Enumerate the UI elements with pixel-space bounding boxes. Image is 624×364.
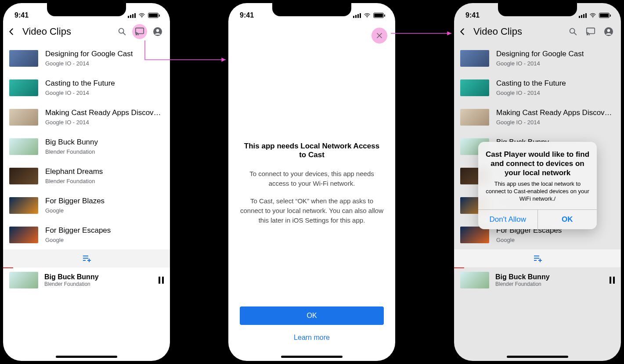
video-thumbnail [460,79,489,96]
list-item[interactable]: Casting to the FutureGoogle IO - 2014 [454,73,621,102]
video-list: Designing for Google CastGoogle IO - 201… [3,43,170,249]
search-button[interactable] [568,27,578,36]
alert-message: This app uses the local network to conne… [485,180,590,202]
search-icon [117,27,127,36]
cellular-icon [353,13,361,18]
phone-notch [47,3,126,16]
video-thumbnail [9,138,38,155]
chevron-left-icon [7,27,16,36]
video-title: Big Buck Bunny [45,138,98,147]
flow-arrow-2 [390,29,455,38]
ok-button[interactable]: OK [240,306,384,325]
search-button[interactable] [117,27,127,36]
video-thumbnail [9,168,38,184]
mini-subtitle: Blender Foundation [44,281,99,287]
video-subtitle: Google IO - 2014 [496,119,615,126]
alert-title: Cast Player would like to find and conne… [485,150,590,177]
video-thumbnail [9,50,38,67]
battery-icon [148,13,159,18]
list-item[interactable]: Big Buck BunnyBlender Foundation [3,132,170,161]
list-item[interactable]: Elephant DreamsBlender Foundation [3,161,170,191]
ios-permission-alert: Cast Player would like to find and conne… [478,142,597,229]
home-indicator[interactable] [56,356,117,358]
page-title: Video Clips [473,26,564,37]
cast-icon [586,27,595,36]
phone-notch [498,3,577,16]
progress-bar [454,267,464,268]
video-thumbnail [9,227,38,243]
interstitial-title: This app needs Local Network Access to C… [240,142,384,159]
list-item[interactable]: Designing for Google CastGoogle IO - 201… [454,43,621,73]
avatar-icon [603,26,614,37]
video-thumbnail [460,50,489,67]
video-title: Designing for Google Cast [45,50,133,58]
video-subtitle: Google [45,237,111,243]
back-button[interactable] [6,27,17,36]
wifi-icon [138,13,145,18]
queue-button[interactable] [454,249,621,267]
pause-button[interactable] [159,277,164,284]
list-item[interactable]: Making Cast Ready Apps Discover...Google… [3,102,170,132]
wifi-icon [589,13,596,18]
video-subtitle: Blender Foundation [45,148,98,155]
cast-button[interactable] [132,24,147,39]
pause-icon [159,277,160,284]
video-subtitle: Google IO - 2014 [496,90,566,96]
video-title: For Bigger Blazes [45,197,105,205]
back-button[interactable] [457,27,468,36]
cellular-icon [128,13,136,18]
battery-icon [373,13,384,18]
list-item[interactable]: Designing for Google CastGoogle IO - 201… [3,43,170,73]
mini-title: Big Buck Bunny [495,273,550,281]
account-button[interactable] [152,26,163,37]
video-thumbnail [9,197,38,214]
video-subtitle: Google IO - 2014 [45,90,115,96]
list-item[interactable]: Making Cast Ready Apps Discover...Google… [454,102,621,132]
status-time: 9:41 [14,11,29,19]
mini-title: Big Buck Bunny [44,273,99,281]
list-item[interactable]: For Bigger EscapesGoogle [3,220,170,249]
account-button[interactable] [603,26,614,37]
status-time: 9:41 [240,11,254,19]
video-subtitle: Blender Foundation [45,178,103,184]
list-item[interactable]: Casting to the FutureGoogle IO - 2014 [3,73,170,102]
video-title: Making Cast Ready Apps Discover... [45,108,164,117]
mini-player[interactable]: Big Buck Bunny Blender Foundation [454,267,621,299]
video-thumbnail [9,79,38,96]
video-thumbnail [460,109,489,126]
interstitial-text-1: To connect to your devices, this app nee… [240,169,384,188]
phone-notch [272,3,351,16]
close-icon [375,31,384,40]
home-indicator[interactable] [281,356,343,358]
mini-thumbnail [460,272,489,288]
learn-more-link[interactable]: Learn more [294,334,330,342]
video-subtitle: Google IO - 2014 [496,60,584,67]
video-title: Making Cast Ready Apps Discover... [496,108,615,117]
pause-button[interactable] [610,277,615,284]
search-icon [568,27,578,36]
cellular-icon [579,13,587,18]
list-item[interactable]: For Bigger BlazesGoogle [3,191,170,220]
video-subtitle: Google IO - 2014 [45,60,133,67]
avatar-icon [152,26,163,37]
close-button[interactable] [372,28,387,43]
video-subtitle: Google [496,237,562,243]
wifi-icon [364,13,371,18]
video-title: Elephant Dreams [45,167,103,176]
alert-allow-button[interactable]: OK [538,210,597,229]
playlist-add-icon [532,253,543,263]
video-title: Casting to the Future [45,79,115,88]
video-subtitle: Google IO - 2014 [45,119,164,126]
status-time: 9:41 [465,11,480,19]
home-indicator[interactable] [507,356,568,358]
battery-icon [599,13,610,18]
cast-button[interactable] [586,27,595,36]
mini-thumbnail [9,272,38,288]
alert-deny-button[interactable]: Don't Allow [478,210,538,229]
pause-icon [610,277,611,284]
video-title: Designing for Google Cast [496,50,584,58]
cast-icon [135,27,144,36]
mini-player[interactable]: Big Buck Bunny Blender Foundation [3,267,170,299]
video-thumbnail [9,109,38,126]
queue-button[interactable] [3,249,170,267]
